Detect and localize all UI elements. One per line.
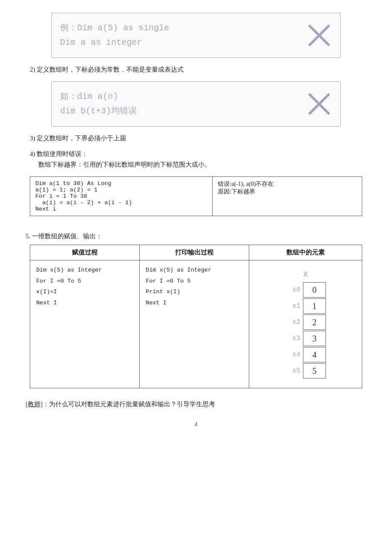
array-cell-0: 0 <box>303 282 326 298</box>
code-error-table: Dim a(1 to 30) As Long a(1) = 1; a(2) = … <box>30 176 362 216</box>
code-line-4: a(i) = a(i - 2) + a(i - 1) <box>35 199 207 206</box>
array-index-4: x4 <box>285 351 300 358</box>
print-code-cell: Dim x(5) as Integer For I =0 To 5 Print … <box>140 260 249 388</box>
array-cell-2: 2 <box>303 315 326 330</box>
teacher-label: [教师] <box>26 401 43 408</box>
array-index-3: x3 <box>285 335 300 342</box>
print-line-1: Dim x(5) as Integer <box>146 265 243 276</box>
error-code-1: 例：Dim a(5) as single Dim a as integer <box>60 21 169 50</box>
array-row-0: x0 0 <box>285 282 326 298</box>
print-line-2: For I =0 To 5 <box>146 276 243 287</box>
print-line-4: Next I <box>146 298 243 309</box>
desc-line-2: 原因:下标越界 <box>218 188 357 196</box>
header-print: 打印输出过程 <box>140 245 249 260</box>
array-x-label: x <box>303 269 308 280</box>
assign-line-2: For I =0 To 5 <box>36 276 133 287</box>
array-index-5: x5 <box>285 367 300 375</box>
array-cell-1: 1 <box>303 298 326 314</box>
x-mark-2 <box>306 91 332 117</box>
teacher-note: [教师]：为什么可以对数组元素进行批量赋值和输出？引导学生思考 <box>26 400 366 408</box>
assign-line-3: x(I)=I <box>36 286 133 298</box>
header-assign: 赋值过程 <box>30 245 140 260</box>
page-number: 4 <box>26 421 366 428</box>
array-row-2: x2 2 <box>285 315 326 330</box>
section-5-title: 5. 一维数组的赋值、输出： <box>26 232 366 240</box>
error-box-2: 如：dim a(n) dim b(t+3)均错误 <box>51 81 341 127</box>
assign-line-1: Dim x(5) as Integer <box>36 265 133 276</box>
array-cell-4: 4 <box>303 347 326 362</box>
rule-4-text: 4) 数组使用时错误： <box>30 150 366 158</box>
array-row-5: x5 5 <box>285 363 326 379</box>
print-code: Dim x(5) as Integer For I =0 To 5 Print … <box>146 265 243 309</box>
code-cell: Dim a(1 to 30) As Long a(1) = 1; a(2) = … <box>30 177 213 216</box>
array-row-3: x3 3 <box>285 331 326 346</box>
code-line-2: a(1) = 1; a(2) = 1 <box>35 187 207 193</box>
rule-3-section: 3) 定义数组时，下界必须小于上届 <box>26 134 366 142</box>
assign-code-cell: Dim x(5) as Integer For I =0 To 5 x(I)=I… <box>30 260 140 388</box>
error-code-2: 如：dim a(n) dim b(t+3)均错误 <box>60 90 137 119</box>
teacher-note-text: ：为什么可以对数组元素进行批量赋值和输出？引导学生思考 <box>43 401 215 408</box>
array-row-4: x4 4 <box>285 347 326 362</box>
array-cell-5: 5 <box>303 363 326 379</box>
print-line-3: Print x(I) <box>146 286 243 298</box>
desc-cell: 错误:a(-1), a(0)不存在 原因:下标越界 <box>213 177 362 216</box>
assign-code: Dim x(5) as Integer For I =0 To 5 x(I)=I… <box>36 265 133 309</box>
code-line-1: Dim a(1 to 30) As Long <box>35 180 207 187</box>
code-line-5: Next i <box>35 206 207 212</box>
rule-4-section: 4) 数组使用时错误： 数组下标越界：引用的下标比数组声明时的下标范围大或小。 <box>26 150 366 169</box>
header-elem: 数组中的元素 <box>249 245 362 260</box>
rule-2-text: 2) 定义数组时，下标必须为常数，不能是变量或表达式 <box>30 66 366 74</box>
desc-line-1: 错误:a(-1), a(0)不存在 <box>218 180 357 188</box>
array-viz: x x0 0 x1 1 x2 2 <box>255 265 356 384</box>
rule-3-text: 3) 定义数组时，下界必须小于上届 <box>30 134 366 142</box>
array-cell-3: 3 <box>303 331 326 346</box>
error-box-1: 例：Dim a(5) as single Dim a as integer <box>51 13 341 58</box>
array-row-1: x1 1 <box>285 298 326 314</box>
rule-2-section: 2) 定义数组时，下标必须为常数，不能是变量或表达式 <box>26 66 366 74</box>
section-5: 5. 一维数组的赋值、输出： 赋值过程 打印输出过程 数组中的元素 Dim x(… <box>26 232 366 388</box>
code-line-3: For i = 1 To 30 <box>35 193 207 199</box>
array-index-2: x2 <box>285 318 300 326</box>
x-mark-1 <box>306 23 332 48</box>
assign-line-4: Next I <box>36 298 133 309</box>
array-index-1: x1 <box>285 302 300 310</box>
main-table: 赋值过程 打印输出过程 数组中的元素 Dim x(5) as Integer F… <box>30 245 362 388</box>
array-index-0: x0 <box>285 286 300 294</box>
rule-4-sub-text: 数组下标越界：引用的下标比数组声明时的下标范围大或小。 <box>38 161 366 169</box>
array-viz-cell: x x0 0 x1 1 x2 2 <box>249 260 362 388</box>
